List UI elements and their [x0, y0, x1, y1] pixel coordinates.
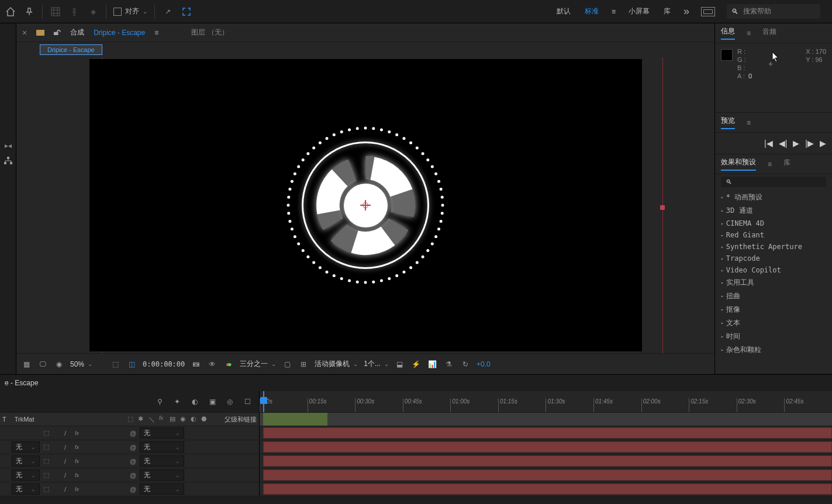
fx-icon[interactable]: fx	[75, 458, 82, 464]
first-frame-icon[interactable]: |◀	[764, 139, 773, 148]
tl-frame-blend-icon[interactable]: ▣	[206, 396, 218, 408]
pickwhip-icon[interactable]: @	[130, 486, 136, 493]
switch-icon[interactable]: ⬚	[43, 471, 50, 479]
ws-menu-icon[interactable]: ≡	[612, 8, 616, 16]
layer-bar[interactable]	[263, 470, 832, 481]
col-av-icon[interactable]: ✱	[138, 415, 146, 423]
parent-dropdown[interactable]: 无	[140, 455, 184, 467]
effects-category[interactable]: Synthetic Aperture	[715, 241, 832, 253]
switch-icon[interactable]: ⬚	[43, 443, 50, 451]
playhead[interactable]	[263, 391, 264, 412]
col-fx-icon[interactable]: fx	[159, 415, 167, 423]
slash-icon[interactable]: /	[64, 430, 71, 437]
reset-icon[interactable]: ↻	[460, 359, 471, 370]
trkmat-dropdown[interactable]: 无	[12, 455, 40, 467]
parent-dropdown[interactable]: 无	[140, 441, 184, 453]
slash-icon[interactable]: /	[64, 472, 71, 479]
transparency-icon[interactable]: ◫	[126, 359, 137, 370]
effects-category[interactable]: 杂色和颗粒	[715, 343, 832, 357]
tab-preview[interactable]: 预览	[721, 116, 735, 129]
hierarchy-icon[interactable]	[3, 156, 13, 166]
fast-preview-icon[interactable]: ⚡	[411, 359, 422, 370]
canvas-area[interactable]	[16, 57, 714, 353]
layer-row[interactable]: 无 ⬚/fx @ 无	[0, 468, 832, 482]
layer-row[interactable]: 无 ⬚/fx @ 无	[0, 440, 832, 454]
tl-graph-icon[interactable]: ☐	[241, 396, 253, 408]
col-solo-icon[interactable]: ＼	[149, 415, 157, 423]
layer-bar[interactable]	[263, 484, 832, 495]
zoom-dropdown[interactable]: 50%	[70, 360, 92, 368]
col-blend-icon[interactable]: ▤	[170, 415, 178, 423]
tl-motion-blur-icon[interactable]: ◎	[224, 396, 236, 408]
effects-category[interactable]: Trapcode	[715, 253, 832, 264]
monitor-icon[interactable]: 🖵	[37, 359, 48, 370]
resolution-dropdown[interactable]: 三分之一	[240, 359, 276, 369]
lock-icon[interactable]: 🔓︎	[54, 29, 61, 37]
layer-tab[interactable]: 图层 （无）	[191, 27, 228, 37]
work-area[interactable]	[263, 413, 327, 426]
effects-category[interactable]: 扭曲	[715, 289, 832, 303]
col-switch-icon[interactable]: ⬚	[127, 415, 136, 423]
parent-dropdown[interactable]: 无	[140, 470, 184, 481]
last-frame-icon[interactable]: ▶	[820, 139, 826, 148]
puppet-icon[interactable]	[68, 6, 80, 18]
col-mb-icon[interactable]: ◉	[180, 415, 188, 423]
snap-checkbox[interactable]	[113, 8, 122, 16]
grid2-icon[interactable]: ⊞	[298, 359, 309, 370]
ws-tab-standard[interactable]: 标准	[584, 4, 600, 19]
play-icon[interactable]: ▶	[793, 139, 799, 148]
layer-bar[interactable]	[263, 455, 832, 467]
flow-icon[interactable]: ▸◂	[3, 140, 13, 151]
ws-tab-small[interactable]: 小屏幕	[627, 4, 651, 19]
flowchart-pill[interactable]: Dripice - Escape	[40, 44, 102, 55]
layer-bar[interactable]	[263, 427, 832, 439]
panel-menu-icon[interactable]	[701, 7, 715, 16]
region-icon[interactable]: ⬚	[110, 359, 120, 370]
trkmat-dropdown[interactable]: 无	[12, 441, 40, 453]
pickwhip-icon[interactable]: @	[130, 458, 136, 465]
timeline-icon[interactable]: 📊	[427, 359, 438, 370]
effects-category[interactable]: * 动画预设	[715, 191, 832, 204]
slash-icon[interactable]: /	[64, 444, 71, 451]
trkmat-dropdown[interactable]: 无	[12, 484, 40, 495]
info-menu-icon[interactable]: ≡	[747, 29, 751, 37]
expand-icon[interactable]	[181, 6, 192, 18]
close-tab-icon[interactable]: ×	[22, 28, 27, 37]
pin-icon[interactable]	[23, 6, 35, 18]
pickwhip-icon[interactable]: @	[130, 444, 136, 451]
switch-icon[interactable]: ⬚	[43, 485, 50, 493]
pin2-icon[interactable]: ◈	[87, 6, 99, 18]
slash-icon[interactable]: /	[64, 486, 71, 493]
arrow-icon[interactable]: ↗	[162, 6, 174, 18]
flowchart-icon[interactable]: ⚗	[444, 359, 454, 370]
tab-library[interactable]: 库	[783, 158, 790, 170]
preview-menu-icon[interactable]: ≡	[747, 119, 751, 127]
timecode[interactable]: 0:00:00:00	[143, 360, 185, 368]
next-frame-icon[interactable]: |▶	[805, 139, 814, 148]
ws-tab-default[interactable]: 默认	[555, 4, 572, 19]
snapshot-icon[interactable]: 📷︎	[191, 359, 201, 370]
tab-audio[interactable]: 音频	[762, 27, 776, 39]
effects-category[interactable]: Video Copilot	[715, 264, 832, 276]
layer-row[interactable]: ⬚/fx @ 无	[0, 426, 832, 440]
tab-menu-icon[interactable]: ≡	[154, 29, 158, 37]
tab-info[interactable]: 信息	[721, 26, 735, 40]
prev-frame-icon[interactable]: ◀|	[779, 139, 788, 148]
effects-category[interactable]: 时间	[715, 330, 832, 343]
effects-category[interactable]: CINEMA 4D	[715, 218, 832, 229]
tl-search-icon[interactable]: ⚲	[154, 396, 165, 408]
exposure-value[interactable]: +0.0	[477, 360, 491, 368]
effects-category[interactable]: 抠像	[715, 303, 832, 316]
handle-right[interactable]	[660, 205, 665, 210]
mask-icon[interactable]: ◉	[54, 359, 64, 370]
slash-icon[interactable]: /	[64, 458, 71, 465]
pixel-ratio-icon[interactable]: ⬓	[395, 359, 405, 370]
time-ruler[interactable]: :00s00:15s00:30s00:45s01:00s01:15s01:30s…	[260, 391, 832, 412]
effects-category[interactable]: Red Giant	[715, 229, 832, 241]
timeline-tab[interactable]: e - Escape	[5, 379, 38, 387]
grid-toggle-icon[interactable]: ▦	[21, 359, 32, 370]
channel-icon[interactable]: ●●	[223, 359, 234, 370]
mesh-icon[interactable]	[50, 6, 61, 18]
fx-icon[interactable]: fx	[75, 472, 82, 478]
tab-effects[interactable]: 效果和预设	[721, 157, 756, 171]
